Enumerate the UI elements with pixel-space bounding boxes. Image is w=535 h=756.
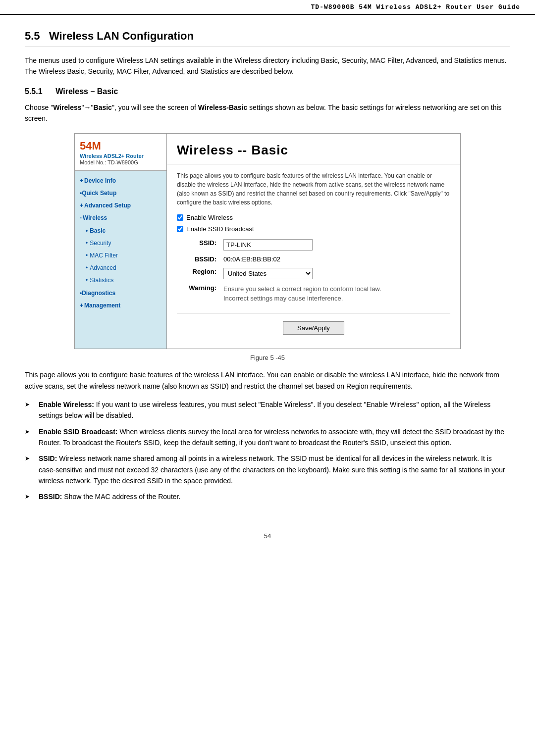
enable-ssid-row: Enable SSID Broadcast: [177, 225, 450, 233]
bullet-bold-ssid: SSID:: [39, 454, 57, 462]
sidebar-item-diagnostics[interactable]: •Diagnostics: [75, 287, 166, 300]
warning-label: Warning:: [177, 282, 221, 306]
warning-text2: Incorrect settings may cause interferenc…: [223, 294, 448, 303]
figure-caption: Figure 5 -45: [25, 354, 510, 361]
region-row: Region: United States: [177, 265, 450, 282]
section-intro: The menus used to configure Wireless LAN…: [25, 55, 510, 77]
sidebar-nav: Device Info •Quick Setup Advanced Setup …: [75, 171, 166, 316]
enable-wireless-checkbox[interactable]: [177, 214, 183, 221]
subsection-title: 5.5.1 Wireless – Basic: [25, 87, 510, 96]
sidebar-item-security[interactable]: Security: [75, 237, 166, 250]
sidebar-item-management[interactable]: Management: [75, 300, 166, 312]
warning-row: Warning: Ensure you select a correct reg…: [177, 282, 450, 306]
panel-description: This page allows you to configure basic …: [177, 171, 450, 207]
bssid-label: BSSID:: [177, 253, 221, 265]
list-item-bssid: BSSID: Show the MAC address of the Route…: [25, 491, 510, 502]
subsection-number: 5.5.1: [25, 87, 43, 96]
enable-wireless-row: Enable Wireless: [177, 214, 450, 221]
ssid-input[interactable]: [223, 239, 313, 251]
section-title: 5.5 Wireless LAN Configuration: [25, 30, 510, 47]
sidebar-item-wireless[interactable]: Wireless: [75, 212, 166, 224]
enable-wireless-label: Enable Wireless: [186, 214, 233, 221]
bullet-bold-enable-ssid: Enable SSID Broadcast:: [39, 428, 118, 436]
subsection-heading: Wireless – Basic: [55, 87, 118, 96]
sidebar-item-statistics[interactable]: Statistics: [75, 274, 166, 287]
main-panel-title: Wireless -- Basic: [167, 134, 460, 164]
list-item-enable-wireless: Enable Wireless: If you want to use wire…: [25, 399, 510, 421]
list-item-enable-ssid: Enable SSID Broadcast: When wireless cli…: [25, 426, 510, 449]
main-panel: Wireless -- Basic This page allows you t…: [166, 134, 460, 349]
sidebar: 54M Wireless ADSL2+ Router Model No.: TD…: [75, 134, 166, 349]
save-button-row: Save/Apply: [177, 318, 450, 342]
ssid-row: SSID:: [177, 237, 450, 253]
save-apply-button[interactable]: Save/Apply: [283, 321, 344, 335]
bssid-value: 00:0A:EB:BB:BB:02: [221, 253, 450, 265]
bullet-text-bssid: Show the MAC address of the Router.: [64, 493, 180, 501]
subsection-intro: Choose "Wireless"→"Basic", you will see …: [25, 102, 510, 124]
enable-ssid-label: Enable SSID Broadcast: [186, 225, 254, 233]
header-bar: TD-W8900GB 54M Wireless ADSL2+ Router Us…: [0, 0, 535, 15]
basic-link: Basic: [94, 103, 112, 111]
sidebar-item-device-info[interactable]: Device Info: [75, 175, 166, 187]
wireless-basic-bold: Wireless-Basic: [198, 103, 247, 111]
header-title: TD-W8900GB 54M Wireless ADSL2+ Router Us…: [311, 3, 520, 11]
bullet-text-enable-wireless: If you want to use wireless features, yo…: [39, 401, 490, 419]
sidebar-item-quick-setup[interactable]: •Quick Setup: [75, 187, 166, 200]
form-table: SSID: BSSID: 00:0A:EB:BB:BB:02 Region:: [177, 237, 450, 306]
brand-subtitle: Wireless ADSL2+ Router: [80, 152, 161, 159]
bullet-bold-enable-wireless: Enable Wireless:: [39, 401, 94, 408]
brand-model: Model No.: TD-W8900G: [80, 159, 161, 165]
sidebar-item-advanced[interactable]: Advanced: [75, 262, 166, 274]
ssid-label: SSID:: [177, 237, 221, 253]
main-panel-body: This page allows you to configure basic …: [167, 164, 460, 349]
sidebar-item-mac-filter[interactable]: MAC Filter: [75, 250, 166, 262]
warning-text1: Ensure you select a correct region to co…: [223, 284, 448, 294]
router-ui-screenshot: 54M Wireless ADSL2+ Router Model No.: TD…: [74, 133, 461, 349]
enable-ssid-checkbox[interactable]: [177, 226, 183, 232]
section-heading: Wireless LAN Configuration: [49, 30, 194, 42]
region-value-cell: United States: [221, 265, 450, 282]
page-number: 54: [0, 527, 535, 545]
bullet-list: Enable Wireless: If you want to use wire…: [25, 399, 510, 503]
sidebar-item-advanced-setup[interactable]: Advanced Setup: [75, 200, 166, 212]
page-content: 5.5 Wireless LAN Configuration The menus…: [0, 15, 535, 527]
brand-54m: 54M: [80, 140, 161, 152]
body-paragraph-1: This page allows you to configure basic …: [25, 369, 510, 392]
ssid-value-cell: [221, 237, 450, 253]
sidebar-item-basic[interactable]: Basic: [75, 225, 166, 237]
divider: [177, 313, 450, 313]
bssid-row: BSSID: 00:0A:EB:BB:BB:02: [177, 253, 450, 265]
list-item-ssid: SSID: Wireless network name shared among…: [25, 453, 510, 486]
warning-value-cell: Ensure you select a correct region to co…: [221, 282, 450, 306]
wireless-link: Wireless: [53, 103, 81, 111]
bullet-text-ssid: Wireless network name shared among all p…: [39, 454, 505, 485]
sidebar-brand: 54M Wireless ADSL2+ Router Model No.: TD…: [75, 134, 166, 171]
section-number: 5.5: [25, 30, 40, 42]
bullet-bold-bssid: BSSID:: [39, 493, 62, 501]
region-select[interactable]: United States: [223, 268, 313, 279]
region-label: Region:: [177, 265, 221, 282]
